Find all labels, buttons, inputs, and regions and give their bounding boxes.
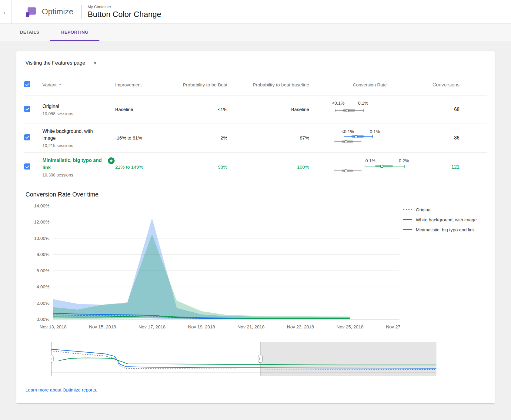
tab-details[interactable]: DETAILS xyxy=(9,24,50,41)
chart-title: Conversion Rate Over time xyxy=(25,191,487,198)
legend-item-original: Original xyxy=(403,207,484,213)
optimize-reporting-page: ← Optimize My Container Button Color Cha… xyxy=(0,0,511,420)
brush-right-handle[interactable] xyxy=(258,342,263,376)
variant-errorbar xyxy=(344,135,373,138)
time-range-brush-chart xyxy=(51,342,436,376)
row-checkbox[interactable] xyxy=(24,134,30,140)
tab-bar: DETAILS REPORTING xyxy=(0,24,511,41)
svg-text:0.00%: 0.00% xyxy=(36,317,49,322)
title-block: My Container Button Color Change xyxy=(88,5,161,19)
row-checkbox[interactable] xyxy=(24,106,30,112)
interval-low-label: <0.1% xyxy=(341,129,354,134)
tab-reporting[interactable]: REPORTING xyxy=(50,24,99,41)
legend-item-white-background: White background, with image xyxy=(403,217,484,223)
variant-sessions: 10,058 sessions xyxy=(42,111,115,116)
improvement-value: -16% to 81% xyxy=(115,131,179,145)
svg-text:4.00%: 4.00% xyxy=(36,284,49,289)
table-header-row: Variant ↑ Improvement Probability to be … xyxy=(24,74,487,96)
column-probability-beat-baseline: Probability to beat baseline xyxy=(239,78,321,92)
probability-beat-value: 100% xyxy=(239,160,321,174)
container-name: My Container xyxy=(88,5,161,9)
app-header: ← Optimize My Container Button Color Cha… xyxy=(0,0,511,24)
column-improvement: Improvement xyxy=(115,78,179,92)
report-card: Visiting the Features page ▼ Variant ↑ I… xyxy=(16,51,495,403)
interval-high-label: 0.1% xyxy=(370,129,380,134)
column-probability-best: Probability to be Best xyxy=(179,78,239,92)
conversion-rate-chart: 0.00%2.00%4.00%6.00%8.00%10.00%12.00%14.… xyxy=(24,200,403,334)
original-line-swatch xyxy=(403,209,412,210)
select-all-checkbox[interactable] xyxy=(24,81,30,87)
page-title: Button Color Change xyxy=(88,10,161,19)
chevron-down-icon: ▼ xyxy=(93,61,97,66)
baseline-errorbar xyxy=(335,109,364,112)
back-arrow-icon: ← xyxy=(2,8,9,16)
probability-best-value: 2% xyxy=(179,131,239,145)
conversion-rate-interval: 0.1% 0.2% xyxy=(333,158,406,176)
probability-beat-value: 87% xyxy=(239,131,321,145)
svg-text:Nov 19, 2018: Nov 19, 2018 xyxy=(188,324,215,329)
probability-beat-value: Baseline xyxy=(239,102,321,116)
brush-left-handle[interactable] xyxy=(48,342,54,376)
variant-name: White background, with image xyxy=(42,128,115,142)
improvement-value: Baseline xyxy=(115,102,179,116)
objective-label: Visiting the Features page xyxy=(25,60,85,66)
app-name: Optimize xyxy=(42,7,73,16)
svg-text:Nov 13, 2018: Nov 13, 2018 xyxy=(39,324,66,329)
variant-sessions: 10,215 sessions xyxy=(42,143,115,148)
probability-best-value: 98% xyxy=(179,160,239,174)
time-range-selector xyxy=(51,342,436,377)
interval-low-label: 0.1% xyxy=(366,158,376,163)
conversions-value: 86 xyxy=(418,131,487,145)
optimize-logo-icon xyxy=(24,5,38,18)
white-background-line-swatch xyxy=(403,219,412,220)
interval-high-label: 0.1% xyxy=(358,101,368,106)
column-conversions: Conversions xyxy=(418,78,487,92)
svg-text:Nov 17, 2018: Nov 17, 2018 xyxy=(139,324,165,329)
conversions-value: 68 xyxy=(418,102,487,116)
improvement-value: 21% to 149% xyxy=(115,160,179,174)
table-row-white-background: White background, with image 10,215 sess… xyxy=(24,123,487,153)
row-checkbox[interactable] xyxy=(24,163,30,170)
svg-text:8.00%: 8.00% xyxy=(36,252,49,257)
svg-text:12.00%: 12.00% xyxy=(34,219,49,224)
svg-text:Nov 15, 2018: Nov 15, 2018 xyxy=(89,324,116,329)
svg-text:Nov 23, 2018: Nov 23, 2018 xyxy=(287,324,314,329)
svg-text:Nov 21, 2018: Nov 21, 2018 xyxy=(238,324,265,329)
baseline-errorbar xyxy=(335,140,361,143)
svg-text:6.00%: 6.00% xyxy=(36,268,49,273)
objective-selector[interactable]: Visiting the Features page ▼ xyxy=(24,60,487,66)
optimize-logo: Optimize xyxy=(24,5,73,18)
svg-text:2.00%: 2.00% xyxy=(36,300,49,305)
column-conversion-rate: Conversion Rate xyxy=(321,78,418,92)
sort-ascending-icon: ↑ xyxy=(59,82,61,87)
conversion-rate-interval: <0.1% 0.1% xyxy=(333,129,406,147)
baseline-errorbar xyxy=(335,169,361,173)
column-variant[interactable]: Variant ↑ xyxy=(42,78,115,92)
svg-text:10.00%: 10.00% xyxy=(34,236,49,241)
interval-low-label: <0.1% xyxy=(332,101,345,106)
svg-text:Nov 25, 2018: Nov 25, 2018 xyxy=(336,324,363,329)
chart-area: 0.00%2.00%4.00%6.00%8.00%10.00%12.00%14.… xyxy=(24,200,487,334)
conversion-rate-interval: <0.1% 0.1% xyxy=(333,100,406,119)
table-row-minimalistic: Minimalistic, big typo and link ★ 10,308… xyxy=(24,153,487,182)
probability-best-value: <1% xyxy=(179,102,239,116)
header-divider xyxy=(81,5,82,18)
variant-name: Original xyxy=(42,103,115,110)
back-button[interactable]: ← xyxy=(0,0,12,24)
interval-high-label: 0.2% xyxy=(399,158,409,163)
learn-more-link[interactable]: Learn more about Optimize reports. xyxy=(25,387,97,392)
variant-name: Minimalistic, big typo and link xyxy=(42,158,102,170)
svg-text:14.00%: 14.00% xyxy=(34,203,49,208)
minimalistic-line-swatch xyxy=(403,229,412,230)
leader-star-icon: ★ xyxy=(108,157,115,164)
svg-text:Nov 27, 2018: Nov 27, 2018 xyxy=(386,324,403,329)
variant-sessions: 10,308 sessions xyxy=(42,173,115,177)
chart-legend: Original White background, with image Mi… xyxy=(403,200,484,237)
variant-errorbar xyxy=(365,164,405,168)
legend-item-minimalistic: Minimalistic, big typo and link xyxy=(403,227,484,233)
table-row-original: Original 10,058 sessions Baseline <1% Ba… xyxy=(24,96,487,123)
conversions-value: 121 xyxy=(418,160,487,174)
